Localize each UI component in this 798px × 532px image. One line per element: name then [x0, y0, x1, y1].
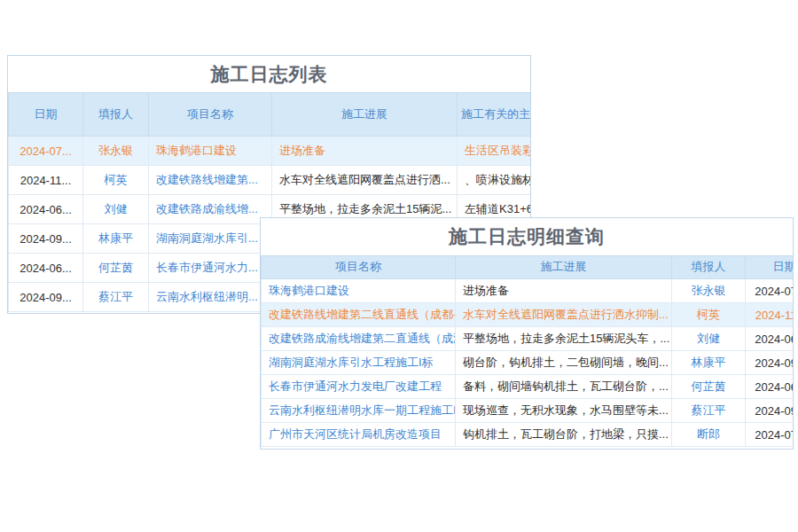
cell-project[interactable]: 湖南洞庭湖水库引水工程施工I标	[262, 351, 456, 375]
column-header: 填报人	[83, 93, 149, 137]
cell-project[interactable]: 长春市伊通河水力...	[149, 254, 272, 283]
cell-work: 生活区吊装彩...	[458, 137, 532, 166]
cell-progress: 进场准备	[456, 279, 672, 303]
cell-date: 2024-06...	[9, 195, 83, 224]
cell-progress: 砌台阶，钩机排土，二包砌间墙，晚间...	[456, 351, 672, 375]
cell-project[interactable]: 改建铁路成渝线增建第二直通线（成渝	[262, 327, 456, 351]
cell-name[interactable]: 刘健	[672, 327, 746, 351]
cell-name[interactable]: 柯英	[83, 166, 149, 195]
cell-name[interactable]: 断郎	[672, 423, 746, 447]
cell-date: 2024-11...	[9, 166, 83, 195]
cell-name[interactable]: 柯英	[672, 303, 746, 327]
cell-project[interactable]: 珠海鹤港口建设	[149, 137, 272, 166]
table-row[interactable]: 改建铁路线增建第二线直通线（成都-西水车对全线遮阳网覆盖点进行洒水抑制...柯英…	[262, 303, 794, 327]
table-row[interactable]: 云南水利枢纽潜明水库一期工程施工I标现场巡查，无积水现象，水马围壁等未...蔡江…	[262, 399, 794, 423]
table-row[interactable]: 2024-11...柯英改建铁路线增建第...水车对全线遮阳网覆盖点进行洒...…	[9, 166, 532, 195]
cell-name[interactable]: 何芷茵	[83, 254, 149, 283]
cell-date: 2024-09...	[9, 283, 83, 312]
log-detail-title: 施工日志明细查询	[261, 218, 793, 255]
cell-work: 、喷淋设施材...	[458, 166, 532, 195]
table-row[interactable]: 2024-07...张永银珠海鹤港口建设进场准备生活区吊装彩...	[9, 137, 532, 166]
cell-date: 2024-09...	[9, 224, 83, 254]
cell-date: 2024-11-01	[746, 303, 794, 327]
cell-name[interactable]: 何芷茵	[672, 375, 746, 399]
cell-progress: 钩机排土，瓦工砌台阶，打地梁，只摸...	[456, 423, 672, 447]
log-detail-table: 项目名称施工进展填报人日期 珠海鹤港口建设进场准备张永银2024-07-09改建…	[261, 255, 794, 447]
column-header: 日期	[9, 93, 83, 137]
cell-name[interactable]: 刘健	[83, 195, 149, 224]
cell-date: 2024-09-09	[746, 351, 794, 375]
column-header: 日期	[746, 256, 794, 279]
cell-project[interactable]: 改建铁路成渝线增...	[149, 195, 272, 224]
cell-project[interactable]: 长春市伊通河水力发电厂改建工程	[262, 375, 456, 399]
log-list-table-header: 日期填报人项目名称施工进展施工有关的主要工作	[9, 93, 532, 137]
cell-project[interactable]: 广州市天河区统计局机房改造项目	[262, 423, 456, 447]
cell-project[interactable]: 改建铁路线增建第...	[149, 166, 272, 195]
cell-date: 2024-09-09	[746, 399, 794, 423]
cell-progress: 平整场地，拉走多余泥土15辆泥头车，...	[456, 327, 672, 351]
cell-project[interactable]: 湖南洞庭湖水库引...	[149, 224, 272, 254]
cell-progress: 现场巡查，无积水现象，水马围壁等未...	[456, 399, 672, 423]
cell-project[interactable]: 云南水利枢纽潜明水库一期工程施工I标	[262, 399, 456, 423]
cell-progress: 水车对全线遮阳网覆盖点进行洒...	[272, 166, 458, 195]
column-header: 施工进展	[456, 256, 672, 279]
cell-project[interactable]: 云南水利枢纽潜明...	[149, 283, 272, 312]
cell-progress: 备料，砌间墙钩机排土，瓦工砌台阶，...	[456, 375, 672, 399]
cell-date: 2024-07-09	[746, 279, 794, 303]
cell-name[interactable]: 林康平	[83, 224, 149, 254]
cell-date: 2024-07...	[9, 137, 83, 166]
table-row[interactable]: 广州市天河区统计局机房改造项目钩机排土，瓦工砌台阶，打地梁，只摸...断郎202…	[262, 423, 794, 447]
cell-project[interactable]: 改建铁路线增建第二线直通线（成都-西	[262, 303, 456, 327]
column-header: 项目名称	[149, 93, 272, 137]
cell-name[interactable]: 张永银	[83, 137, 149, 166]
table-row[interactable]: 湖南洞庭湖水库引水工程施工I标砌台阶，钩机排土，二包砌间墙，晚间...林康平20…	[262, 351, 794, 375]
cell-progress: 水车对全线遮阳网覆盖点进行洒水抑制...	[456, 303, 672, 327]
cell-date: 2024-06...	[9, 254, 83, 283]
cell-date: 2024-06-07	[746, 327, 794, 351]
column-header: 施工有关的主要工作	[458, 93, 532, 137]
table-row[interactable]: 长春市伊通河水力发电厂改建工程备料，砌间墙钩机排土，瓦工砌台阶，...何芷茵20…	[262, 375, 794, 399]
column-header: 填报人	[672, 256, 746, 279]
column-header: 项目名称	[262, 256, 456, 279]
column-header: 施工进展	[272, 93, 458, 137]
construction-log-detail-panel: 施工日志明细查询 项目名称施工进展填报人日期 珠海鹤港口建设进场准备张永银202…	[260, 217, 794, 450]
log-detail-table-header: 项目名称施工进展填报人日期	[262, 256, 794, 279]
cell-name[interactable]: 林康平	[672, 351, 746, 375]
cell-project[interactable]: 珠海鹤港口建设	[262, 279, 456, 303]
log-list-title: 施工日志列表	[8, 56, 530, 92]
table-row[interactable]: 改建铁路成渝线增建第二直通线（成渝平整场地，拉走多余泥土15辆泥头车，...刘健…	[262, 327, 794, 351]
table-row[interactable]: 珠海鹤港口建设进场准备张永银2024-07-09	[262, 279, 794, 303]
cell-name[interactable]: 蔡江平	[672, 399, 746, 423]
cell-progress: 进场准备	[272, 137, 458, 166]
cell-name[interactable]: 张永银	[672, 279, 746, 303]
cell-date: 2024-07-09	[746, 423, 794, 447]
cell-date: 2024-06-04	[746, 375, 794, 399]
cell-name[interactable]: 蔡江平	[83, 283, 149, 312]
